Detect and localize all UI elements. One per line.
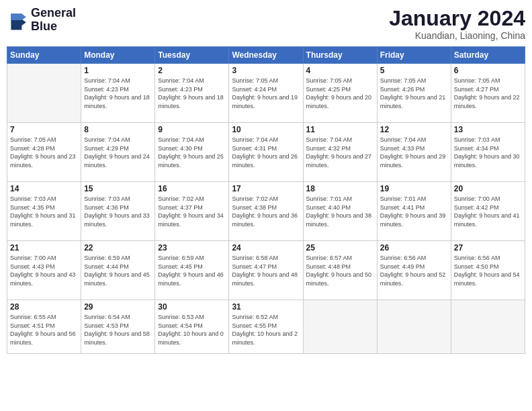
day-info: Sunrise: 7:05 AM Sunset: 4:25 PM Dayligh… — [306, 77, 374, 110]
day-info: Sunrise: 7:04 AM Sunset: 4:23 PM Dayligh… — [158, 77, 226, 110]
day-info: Sunrise: 6:58 AM Sunset: 4:47 PM Dayligh… — [232, 254, 300, 287]
day-number: 27 — [454, 243, 522, 253]
table-row: 20Sunrise: 7:00 AM Sunset: 4:42 PM Dayli… — [451, 182, 525, 241]
table-row: 12Sunrise: 7:04 AM Sunset: 4:33 PM Dayli… — [377, 123, 451, 182]
table-row: 26Sunrise: 6:56 AM Sunset: 4:49 PM Dayli… — [377, 241, 451, 300]
generalblue-logo-icon — [7, 9, 28, 31]
day-info: Sunrise: 6:59 AM Sunset: 4:44 PM Dayligh… — [84, 254, 152, 287]
title-block: January 2024 Kuandian, Liaoning, China — [389, 7, 525, 41]
table-row: 23Sunrise: 6:59 AM Sunset: 4:45 PM Dayli… — [155, 241, 229, 300]
table-row: 25Sunrise: 6:57 AM Sunset: 4:48 PM Dayli… — [303, 241, 377, 300]
day-number: 15 — [84, 184, 152, 193]
table-row: 3Sunrise: 7:05 AM Sunset: 4:24 PM Daylig… — [229, 64, 303, 123]
day-info: Sunrise: 7:05 AM Sunset: 4:26 PM Dayligh… — [380, 77, 448, 110]
table-row: 24Sunrise: 6:58 AM Sunset: 4:47 PM Dayli… — [229, 241, 303, 300]
day-info: Sunrise: 7:05 AM Sunset: 4:24 PM Dayligh… — [232, 77, 300, 110]
table-row: 22Sunrise: 6:59 AM Sunset: 4:44 PM Dayli… — [81, 241, 155, 300]
col-saturday: Saturday — [451, 47, 525, 64]
day-info: Sunrise: 7:03 AM Sunset: 4:35 PM Dayligh… — [10, 195, 78, 228]
logo-text: General Blue — [31, 7, 76, 34]
day-number: 10 — [232, 125, 300, 134]
table-row: 8Sunrise: 7:04 AM Sunset: 4:29 PM Daylig… — [81, 123, 155, 182]
day-info: Sunrise: 7:04 AM Sunset: 4:29 PM Dayligh… — [84, 136, 152, 169]
day-info: Sunrise: 6:53 AM Sunset: 4:54 PM Dayligh… — [158, 313, 226, 347]
day-info: Sunrise: 7:03 AM Sunset: 4:34 PM Dayligh… — [454, 136, 522, 169]
table-row — [303, 300, 377, 354]
day-number: 23 — [158, 243, 226, 253]
day-number: 1 — [84, 66, 152, 75]
logo-line1: General — [31, 7, 76, 20]
day-number: 19 — [380, 184, 448, 193]
day-number: 30 — [158, 302, 226, 312]
table-row: 14Sunrise: 7:03 AM Sunset: 4:35 PM Dayli… — [7, 182, 81, 241]
table-row: 1Sunrise: 7:04 AM Sunset: 4:23 PM Daylig… — [81, 64, 155, 123]
day-info: Sunrise: 7:00 AM Sunset: 4:42 PM Dayligh… — [454, 195, 522, 228]
table-row: 4Sunrise: 7:05 AM Sunset: 4:25 PM Daylig… — [303, 64, 377, 123]
day-info: Sunrise: 6:52 AM Sunset: 4:55 PM Dayligh… — [232, 313, 300, 347]
day-number: 29 — [84, 302, 152, 312]
table-row: 28Sunrise: 6:55 AM Sunset: 4:51 PM Dayli… — [7, 300, 81, 354]
day-info: Sunrise: 6:54 AM Sunset: 4:53 PM Dayligh… — [84, 313, 152, 347]
col-wednesday: Wednesday — [229, 47, 303, 64]
col-thursday: Thursday — [303, 47, 377, 64]
table-row: 6Sunrise: 7:05 AM Sunset: 4:27 PM Daylig… — [451, 64, 525, 123]
day-number: 5 — [380, 66, 448, 75]
calendar-header-row: Sunday Monday Tuesday Wednesday Thursday… — [7, 47, 525, 64]
day-info: Sunrise: 7:04 AM Sunset: 4:32 PM Dayligh… — [306, 136, 374, 169]
calendar-table: Sunday Monday Tuesday Wednesday Thursday… — [7, 46, 525, 354]
day-number: 22 — [84, 243, 152, 253]
logo: General Blue — [7, 7, 76, 34]
day-info: Sunrise: 7:05 AM Sunset: 4:27 PM Dayligh… — [454, 77, 522, 110]
day-number: 14 — [10, 184, 78, 193]
day-number: 26 — [380, 243, 448, 253]
day-number: 12 — [380, 125, 448, 134]
table-row: 5Sunrise: 7:05 AM Sunset: 4:26 PM Daylig… — [377, 64, 451, 123]
table-row: 11Sunrise: 7:04 AM Sunset: 4:32 PM Dayli… — [303, 123, 377, 182]
day-number: 8 — [84, 125, 152, 134]
table-row: 29Sunrise: 6:54 AM Sunset: 4:53 PM Dayli… — [81, 300, 155, 354]
day-info: Sunrise: 7:01 AM Sunset: 4:41 PM Dayligh… — [380, 195, 448, 228]
day-info: Sunrise: 7:04 AM Sunset: 4:33 PM Dayligh… — [380, 136, 448, 169]
table-row — [7, 64, 81, 123]
day-info: Sunrise: 7:03 AM Sunset: 4:36 PM Dayligh… — [84, 195, 152, 228]
day-number: 31 — [232, 302, 300, 312]
day-info: Sunrise: 7:04 AM Sunset: 4:31 PM Dayligh… — [232, 136, 300, 169]
day-number: 24 — [232, 243, 300, 253]
day-number: 28 — [10, 302, 78, 312]
table-row — [451, 300, 525, 354]
day-info: Sunrise: 6:57 AM Sunset: 4:48 PM Dayligh… — [306, 254, 374, 287]
day-info: Sunrise: 7:02 AM Sunset: 4:38 PM Dayligh… — [232, 195, 300, 228]
day-info: Sunrise: 6:56 AM Sunset: 4:50 PM Dayligh… — [454, 254, 522, 287]
day-number: 18 — [306, 184, 374, 193]
day-number: 2 — [158, 66, 226, 75]
col-sunday: Sunday — [7, 47, 81, 64]
day-info: Sunrise: 6:59 AM Sunset: 4:45 PM Dayligh… — [158, 254, 226, 287]
table-row: 21Sunrise: 7:00 AM Sunset: 4:43 PM Dayli… — [7, 241, 81, 300]
table-row: 30Sunrise: 6:53 AM Sunset: 4:54 PM Dayli… — [155, 300, 229, 354]
day-number: 21 — [10, 243, 78, 253]
day-number: 3 — [232, 66, 300, 75]
page: General Blue January 2024 Kuandian, Liao… — [0, 0, 532, 411]
table-row: 27Sunrise: 6:56 AM Sunset: 4:50 PM Dayli… — [451, 241, 525, 300]
day-number: 16 — [158, 184, 226, 193]
table-row: 15Sunrise: 7:03 AM Sunset: 4:36 PM Dayli… — [81, 182, 155, 241]
day-number: 11 — [306, 125, 374, 134]
day-number: 7 — [10, 125, 78, 134]
table-row: 7Sunrise: 7:05 AM Sunset: 4:28 PM Daylig… — [7, 123, 81, 182]
day-info: Sunrise: 6:56 AM Sunset: 4:49 PM Dayligh… — [380, 254, 448, 287]
header: General Blue January 2024 Kuandian, Liao… — [7, 7, 525, 41]
day-info: Sunrise: 7:00 AM Sunset: 4:43 PM Dayligh… — [10, 254, 78, 287]
calendar-subtitle: Kuandian, Liaoning, China — [389, 30, 525, 41]
table-row: 31Sunrise: 6:52 AM Sunset: 4:55 PM Dayli… — [229, 300, 303, 354]
table-row: 18Sunrise: 7:01 AM Sunset: 4:40 PM Dayli… — [303, 182, 377, 241]
day-number: 25 — [306, 243, 374, 253]
day-info: Sunrise: 7:04 AM Sunset: 4:23 PM Dayligh… — [84, 77, 152, 110]
table-row: 19Sunrise: 7:01 AM Sunset: 4:41 PM Dayli… — [377, 182, 451, 241]
day-info: Sunrise: 7:05 AM Sunset: 4:28 PM Dayligh… — [10, 136, 78, 169]
day-number: 20 — [454, 184, 522, 193]
col-tuesday: Tuesday — [155, 47, 229, 64]
table-row: 10Sunrise: 7:04 AM Sunset: 4:31 PM Dayli… — [229, 123, 303, 182]
day-info: Sunrise: 7:04 AM Sunset: 4:30 PM Dayligh… — [158, 136, 226, 169]
table-row: 9Sunrise: 7:04 AM Sunset: 4:30 PM Daylig… — [155, 123, 229, 182]
day-info: Sunrise: 7:02 AM Sunset: 4:37 PM Dayligh… — [158, 195, 226, 228]
